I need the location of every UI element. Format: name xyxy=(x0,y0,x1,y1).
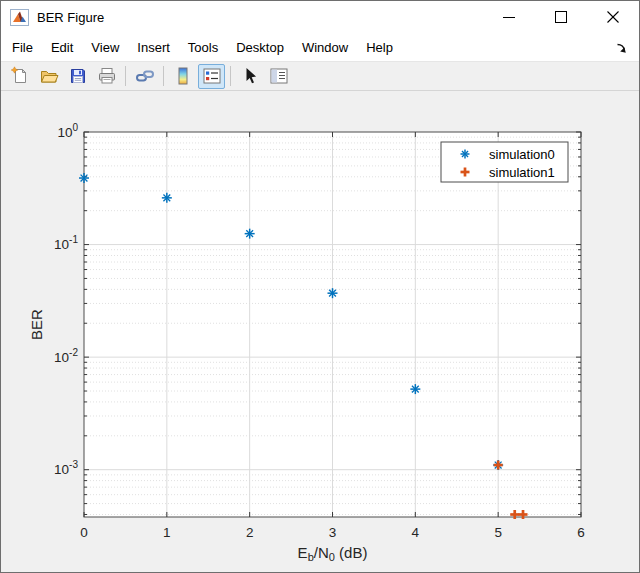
x-tick-labels: 0123456 xyxy=(80,525,585,540)
figure-toolbar xyxy=(1,61,639,91)
maximize-icon xyxy=(538,1,584,34)
ber-plot: 012345610010-110-210-3Eb​/N0​ (dB)BERsim… xyxy=(1,91,640,573)
maximize-button[interactable] xyxy=(535,1,587,34)
minimize-icon xyxy=(486,1,532,34)
menu-bar: File Edit View Insert Tools Desktop Wind… xyxy=(1,34,639,61)
new-figure-icon xyxy=(10,66,30,86)
edit-plot-button[interactable] xyxy=(236,64,263,89)
close-icon xyxy=(590,1,636,34)
property-editor-icon xyxy=(269,66,289,86)
svg-text:10-1: 10-1 xyxy=(54,234,78,252)
x-axis-label: Eb​/N0​ (dB) xyxy=(298,544,368,563)
link-plot-icon xyxy=(135,66,155,86)
y-tick-labels: 10010-110-210-3 xyxy=(54,122,78,478)
menu-help[interactable]: Help xyxy=(357,36,402,59)
window-title: BER Figure xyxy=(37,10,483,25)
print-figure-button[interactable] xyxy=(93,64,120,89)
new-figure-button[interactable] xyxy=(6,64,33,89)
open-folder-icon xyxy=(39,66,59,86)
menu-desktop[interactable]: Desktop xyxy=(227,36,293,59)
insert-legend-icon xyxy=(202,66,222,86)
svg-text:1: 1 xyxy=(163,525,171,540)
link-plot-button[interactable] xyxy=(131,64,158,89)
edit-plot-arrow-icon xyxy=(240,66,260,86)
dock-figure-icon xyxy=(615,42,627,54)
save-icon xyxy=(68,66,88,86)
insert-colorbar-icon xyxy=(173,66,193,86)
svg-text:6: 6 xyxy=(577,525,585,540)
svg-text:100: 100 xyxy=(57,122,78,140)
toolbar-separator xyxy=(163,66,164,86)
close-button[interactable] xyxy=(587,1,639,34)
insert-legend-button[interactable] xyxy=(198,64,225,89)
legend[interactable]: simulation0simulation1 xyxy=(441,142,568,182)
property-editor-button[interactable] xyxy=(265,64,292,89)
toolbar-separator xyxy=(125,66,126,86)
matlab-figure-window: BER Figure File Edit View xyxy=(0,0,640,573)
menu-insert[interactable]: Insert xyxy=(128,36,179,59)
dock-figure-button[interactable] xyxy=(613,40,629,56)
svg-text:10-2: 10-2 xyxy=(54,347,78,365)
menu-view[interactable]: View xyxy=(82,36,128,59)
open-file-button[interactable] xyxy=(35,64,62,89)
print-icon xyxy=(97,66,117,86)
figure-canvas: 012345610010-110-210-3Eb​/N0​ (dB)BERsim… xyxy=(1,91,639,572)
legend-label-simulation1: simulation1 xyxy=(489,165,555,180)
menu-edit[interactable]: Edit xyxy=(42,36,82,59)
svg-text:0: 0 xyxy=(80,525,88,540)
minimize-button[interactable] xyxy=(483,1,535,34)
svg-text:10-3: 10-3 xyxy=(54,459,78,477)
svg-text:2: 2 xyxy=(246,525,254,540)
legend-label-simulation0: simulation0 xyxy=(489,147,555,162)
y-axis-label: BER xyxy=(28,309,45,340)
toolbar-separator xyxy=(230,66,231,86)
save-figure-button[interactable] xyxy=(64,64,91,89)
menu-window[interactable]: Window xyxy=(293,36,357,59)
matlab-logo-icon xyxy=(10,9,29,26)
svg-text:3: 3 xyxy=(329,525,337,540)
svg-text:5: 5 xyxy=(494,525,502,540)
title-bar: BER Figure xyxy=(1,1,639,34)
menu-tools[interactable]: Tools xyxy=(179,36,227,59)
insert-colorbar-button[interactable] xyxy=(169,64,196,89)
menu-file[interactable]: File xyxy=(3,36,42,59)
svg-text:4: 4 xyxy=(412,525,420,540)
window-controls xyxy=(483,1,639,34)
